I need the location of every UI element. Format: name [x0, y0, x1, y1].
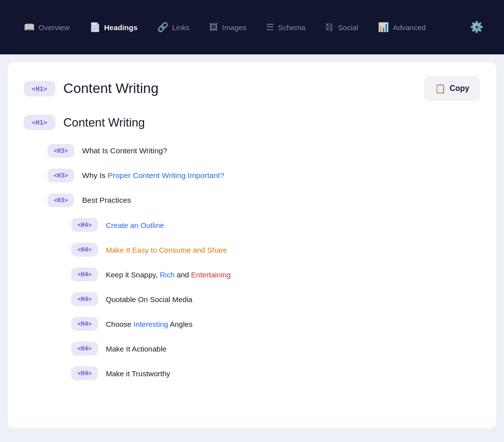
nav-headings-label: Headings [104, 23, 138, 32]
h3-badge-1: <H3> [47, 169, 74, 182]
headings-icon: 📄 [90, 22, 100, 33]
title-row: <H1> Content Writing 📋 Copy [24, 76, 480, 101]
schema-icon: ☰ [266, 22, 274, 33]
advanced-icon: 📊 [378, 22, 389, 33]
nav-overview[interactable]: 📖 Overview [16, 17, 78, 38]
sub-h1-row: <H1> Content Writing [24, 115, 480, 130]
heading-row-2: <H3> Best Practices [24, 193, 480, 207]
h1-main-badge: <H1> [24, 81, 55, 96]
heading-row-6: <H4> Quotable On Social Media [24, 292, 480, 306]
h4-badge-9: <H4> [71, 366, 98, 380]
nav-social-label: Social [338, 23, 358, 32]
h4-badge-3: <H4> [71, 218, 98, 232]
heading-text-4: Make It Easy to Consume and Share [106, 246, 227, 254]
copy-button[interactable]: 📋 Copy [424, 76, 480, 101]
top-nav: 📖 Overview 📄 Headings 🔗 Links 🖼 Images ☰… [0, 0, 504, 54]
h3-badge-0: <H3> [47, 144, 74, 158]
nav-images-label: Images [222, 23, 246, 32]
h1-sub-badge: <H1> [24, 115, 55, 130]
heading-text-6: Quotable On Social Media [106, 295, 192, 304]
heading-text-3: Create an Outline [106, 221, 164, 229]
copy-button-label: Copy [450, 84, 469, 93]
heading-row-1: <H3> Why Is Proper Content Writing Impor… [24, 169, 480, 182]
h3-badge-2: <H3> [47, 193, 74, 207]
nav-schema[interactable]: ☰ Schema [258, 17, 313, 38]
h4-badge-6: <H4> [71, 292, 98, 306]
nav-schema-label: Schema [278, 23, 305, 32]
heading-row-3: <H4> Create an Outline [24, 218, 480, 232]
main-title-text: Content Writing [63, 81, 158, 96]
nav-headings[interactable]: 📄 Headings [82, 17, 146, 38]
overview-icon: 📖 [24, 22, 35, 33]
nav-links[interactable]: 🔗 Links [149, 17, 197, 38]
nav-social[interactable]: ⛓ Social [317, 17, 366, 38]
nav-overview-label: Overview [39, 23, 70, 32]
heading-row-5: <H4> Keep it Snappy, Rich and Entertaini… [24, 267, 480, 281]
heading-text-9: Make it Trustworthy [106, 369, 170, 378]
images-icon: 🖼 [209, 22, 218, 33]
copy-icon: 📋 [435, 83, 446, 94]
nav-advanced-label: Advanced [393, 23, 426, 32]
h4-badge-8: <H4> [71, 342, 98, 355]
title-left: <H1> Content Writing [24, 81, 158, 96]
heading-text-0: What Is Content Writing? [82, 146, 167, 155]
heading-text-2: Best Practices [82, 196, 131, 205]
sub-title-text: Content Writing [63, 116, 145, 130]
nav-links-label: Links [172, 23, 189, 32]
heading-text-7: Choose Interesting Angles [106, 320, 192, 328]
heading-text-1: Why Is Proper Content Writing Important? [82, 171, 224, 180]
heading-text-8: Make It Actionable [106, 345, 167, 353]
h4-badge-4: <H4> [71, 243, 98, 257]
heading-row-9: <H4> Make it Trustworthy [24, 366, 480, 380]
heading-text-5: Keep it Snappy, Rich and Entertaining [106, 270, 230, 279]
heading-row-8: <H4> Make It Actionable [24, 342, 480, 355]
nav-images[interactable]: 🖼 Images [201, 17, 254, 38]
main-content: <H1> Content Writing 📋 Copy <H1> Content… [8, 62, 496, 428]
settings-button[interactable]: ⚙️ [465, 16, 488, 39]
h4-badge-7: <H4> [71, 317, 98, 331]
nav-advanced[interactable]: 📊 Advanced [370, 17, 434, 38]
links-icon: 🔗 [157, 22, 168, 33]
heading-row-7: <H4> Choose Interesting Angles [24, 317, 480, 331]
social-icon: ⛓ [325, 22, 334, 33]
h4-badge-5: <H4> [71, 267, 98, 281]
heading-row-0: <H3> What Is Content Writing? [24, 144, 480, 158]
heading-row-4: <H4> Make It Easy to Consume and Share [24, 243, 480, 257]
